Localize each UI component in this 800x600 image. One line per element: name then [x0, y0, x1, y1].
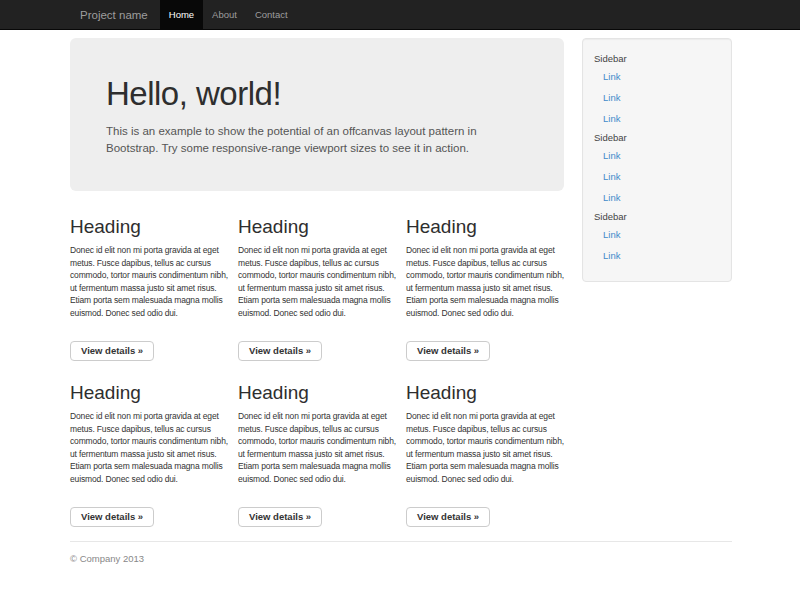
- cards-grid: Heading Donec id elit non mi porta gravi…: [70, 209, 572, 527]
- view-details-button[interactable]: View details »: [406, 341, 490, 361]
- card-body-text: Donec id elit non mi porta gravida at eg…: [238, 410, 396, 497]
- view-details-button[interactable]: View details »: [70, 341, 154, 361]
- card-4: Heading Donec id elit non mi porta gravi…: [70, 375, 228, 527]
- sidebar-link[interactable]: Link: [583, 167, 731, 188]
- sidebar-link[interactable]: Link: [583, 246, 731, 267]
- card-heading: Heading: [238, 381, 396, 405]
- sidebar-group-header: Sidebar: [583, 209, 731, 225]
- card-body-text: Donec id elit non mi porta gravida at eg…: [406, 244, 564, 331]
- nav-link-home[interactable]: Home: [160, 0, 203, 30]
- card-3: Heading Donec id elit non mi porta gravi…: [406, 209, 564, 361]
- view-details-button[interactable]: View details »: [406, 507, 490, 527]
- card-heading: Heading: [238, 215, 396, 239]
- card-5: Heading Donec id elit non mi porta gravi…: [238, 375, 396, 527]
- top-navbar: Project name Home About Contact: [0, 0, 800, 30]
- sidebar-link[interactable]: Link: [583, 225, 731, 246]
- view-details-button[interactable]: View details »: [70, 507, 154, 527]
- navbar-brand[interactable]: Project name: [68, 0, 160, 30]
- sidebar-link[interactable]: Link: [583, 109, 731, 130]
- sidebar-link[interactable]: Link: [583, 188, 731, 209]
- card-heading: Heading: [70, 215, 228, 239]
- view-details-button[interactable]: View details »: [238, 341, 322, 361]
- sidebar-group-header: Sidebar: [583, 51, 731, 67]
- card-body-text: Donec id elit non mi porta gravida at eg…: [406, 410, 564, 497]
- card-1: Heading Donec id elit non mi porta gravi…: [70, 209, 228, 361]
- copyright-text: © Company 2013: [70, 553, 732, 564]
- card-body-text: Donec id elit non mi porta gravida at eg…: [70, 410, 228, 497]
- page-container: Hello, world! This is an example to show…: [68, 30, 732, 564]
- card-heading: Heading: [70, 381, 228, 405]
- card-heading: Heading: [406, 381, 564, 405]
- sidebar: Sidebar Link Link Link Sidebar Link Link…: [582, 38, 732, 282]
- jumbotron: Hello, world! This is an example to show…: [70, 38, 564, 191]
- nav-link-about[interactable]: About: [203, 0, 246, 30]
- page-title: Hello, world!: [106, 76, 528, 112]
- sidebar-link[interactable]: Link: [583, 146, 731, 167]
- nav-link-contact[interactable]: Contact: [246, 0, 297, 30]
- card-6: Heading Donec id elit non mi porta gravi…: [406, 375, 564, 527]
- main-content: Hello, world! This is an example to show…: [68, 30, 572, 527]
- jumbotron-description: This is an example to show the potential…: [106, 123, 504, 157]
- navbar-menu: Home About Contact: [160, 0, 297, 30]
- card-heading: Heading: [406, 215, 564, 239]
- nav-item-about[interactable]: About: [203, 0, 246, 30]
- card-2: Heading Donec id elit non mi porta gravi…: [238, 209, 396, 361]
- nav-item-home[interactable]: Home: [160, 0, 203, 30]
- sidebar-group-header: Sidebar: [583, 130, 731, 146]
- view-details-button[interactable]: View details »: [238, 507, 322, 527]
- card-body-text: Donec id elit non mi porta gravida at eg…: [70, 244, 228, 331]
- page-footer: © Company 2013: [70, 541, 732, 564]
- nav-item-contact[interactable]: Contact: [246, 0, 297, 30]
- sidebar-link[interactable]: Link: [583, 88, 731, 109]
- sidebar-link[interactable]: Link: [583, 67, 731, 88]
- card-body-text: Donec id elit non mi porta gravida at eg…: [238, 244, 396, 331]
